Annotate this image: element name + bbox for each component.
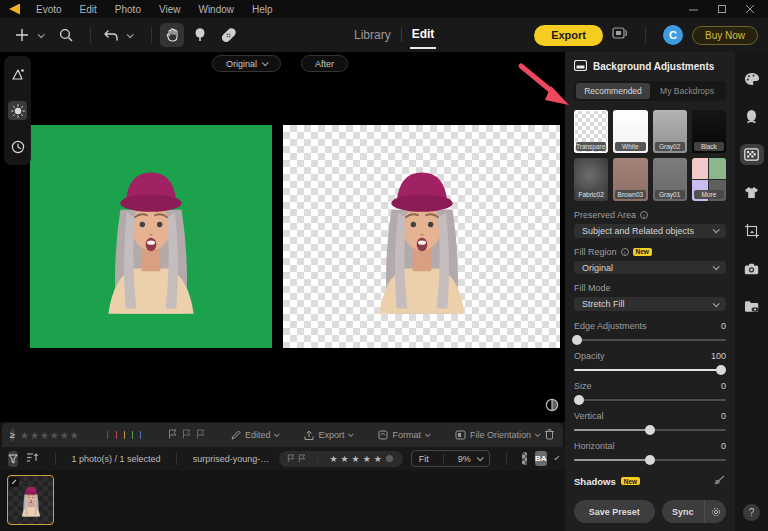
- format-filter-menu[interactable]: Format: [378, 430, 429, 440]
- menu-photo[interactable]: Photo: [106, 4, 150, 15]
- file-orientation-filter-menu[interactable]: File Orientation: [455, 430, 539, 440]
- after-image-transparent[interactable]: [283, 125, 560, 348]
- rating-filter-icon[interactable]: ≥: [10, 428, 15, 442]
- backdrop-grid: Transparent White Gray02 Black Fabric02 …: [574, 110, 726, 201]
- slider-handle[interactable]: [645, 425, 655, 435]
- export-queue-icon[interactable]: [612, 26, 628, 44]
- brightness-icon[interactable]: [8, 101, 27, 120]
- info-icon[interactable]: i: [621, 248, 629, 256]
- hand-tool-icon[interactable]: [160, 23, 184, 47]
- crop-transform-icon[interactable]: [740, 220, 764, 241]
- color-palette-icon[interactable]: [740, 68, 764, 89]
- maximize-icon[interactable]: [718, 5, 726, 13]
- edit-canvas: Original After: [0, 52, 565, 422]
- sync-settings-icon[interactable]: [704, 500, 726, 523]
- filter-funnel-icon[interactable]: [8, 451, 18, 467]
- export-filter-menu[interactable]: Export: [304, 430, 352, 441]
- backdrop-transparent[interactable]: Transparent: [574, 110, 608, 153]
- auto-adjust-icon[interactable]: [8, 65, 27, 84]
- filmstrip: [0, 470, 565, 531]
- split-view-icon[interactable]: [545, 398, 559, 416]
- fill-region-dropdown[interactable]: Original: [574, 261, 726, 275]
- sync-button[interactable]: Sync: [662, 500, 726, 523]
- edited-filter-menu[interactable]: Edited: [231, 430, 279, 440]
- canvas-tool-rail: [4, 56, 31, 165]
- backdrop-tabs: Recommended My Backdrops: [574, 81, 726, 101]
- clothing-icon[interactable]: [740, 182, 764, 203]
- view-mode-chevron-icon[interactable]: [554, 455, 559, 460]
- sort-icon[interactable]: [26, 452, 39, 465]
- slider-handle[interactable]: [716, 365, 726, 375]
- backdrop-black[interactable]: Black: [692, 110, 726, 153]
- camera-icon[interactable]: [740, 258, 764, 279]
- tab-edit[interactable]: Edit: [410, 21, 437, 49]
- original-image[interactable]: [30, 125, 272, 348]
- user-avatar[interactable]: C: [663, 25, 683, 45]
- history-icon[interactable]: [8, 137, 27, 156]
- tab-my-backdrops[interactable]: My Backdrops: [650, 83, 724, 99]
- flag-unflag-icon[interactable]: [182, 429, 191, 441]
- flag-pick-icon[interactable]: [168, 429, 177, 441]
- portrait-retouch-icon[interactable]: [740, 106, 764, 127]
- tab-library[interactable]: Library: [352, 22, 393, 48]
- new-badge: New: [621, 477, 640, 485]
- undo-icon[interactable]: [99, 23, 123, 47]
- fill-region-label: Fill Region: [574, 247, 617, 257]
- brush-tool-icon[interactable]: [188, 23, 212, 47]
- trash-icon[interactable]: [544, 428, 555, 442]
- close-icon[interactable]: [746, 5, 754, 13]
- search-icon[interactable]: [54, 23, 78, 47]
- help-icon[interactable]: ?: [743, 504, 760, 521]
- feature-rail: ?: [735, 52, 768, 531]
- slider-handle[interactable]: [645, 455, 655, 465]
- add-photos-icon[interactable]: [10, 23, 34, 47]
- preserved-area-dropdown[interactable]: Subject and Related objects: [574, 224, 726, 238]
- info-icon[interactable]: i: [640, 211, 648, 219]
- transparency-toggle-icon[interactable]: [522, 452, 527, 465]
- filter-bar: ≥ ★★★★★★ Edited: [2, 423, 563, 447]
- evoto-logo-icon: [9, 4, 20, 15]
- backdrop-more[interactable]: More: [692, 158, 726, 201]
- backdrop-gray02[interactable]: Gray02: [653, 110, 687, 153]
- tab-recommended[interactable]: Recommended: [576, 83, 650, 99]
- menu-view[interactable]: View: [150, 4, 190, 15]
- zoom-fit-control[interactable]: Fit 9%: [411, 450, 490, 467]
- backdrop-gray01[interactable]: Gray01: [653, 158, 687, 201]
- shadows-adjust-icon[interactable]: [713, 474, 726, 488]
- photo-count-text: 1 photo(s) / 1 selected: [71, 454, 160, 464]
- backdrop-white[interactable]: White: [613, 110, 647, 153]
- background-adjustments-panel: Background Adjustments Recommended My Ba…: [565, 52, 735, 531]
- minimize-icon[interactable]: [689, 5, 698, 14]
- flag-reject-icon[interactable]: [196, 429, 205, 441]
- after-view-button[interactable]: After: [301, 55, 348, 72]
- photo-thumbnail-selected[interactable]: [7, 475, 54, 525]
- shadows-label: Shadows: [574, 476, 616, 487]
- preset-folder-icon[interactable]: [740, 296, 764, 317]
- preserved-area-label: Preserved Area: [574, 210, 636, 220]
- add-photos-chevron-icon[interactable]: [38, 28, 48, 42]
- star-filter-icons[interactable]: ★★★★★★: [20, 430, 80, 441]
- rating-controls[interactable]: ★★★★★: [279, 451, 402, 467]
- undo-chevron-icon[interactable]: [127, 28, 137, 42]
- backdrop-brown03[interactable]: Brown03: [613, 158, 647, 201]
- fill-mode-label: Fill Mode: [574, 283, 611, 293]
- menu-edit[interactable]: Edit: [71, 4, 106, 15]
- status-bar: 1 photo(s) / 1 selected surprised-young-…: [0, 447, 565, 470]
- library-edit-tabs: Library Edit: [352, 21, 436, 49]
- background-icon[interactable]: [740, 144, 764, 165]
- menu-help[interactable]: Help: [243, 4, 282, 15]
- backdrop-fabric02[interactable]: Fabric02: [574, 158, 608, 201]
- panel-title: Background Adjustments: [593, 61, 714, 72]
- slider-handle[interactable]: [574, 395, 584, 405]
- menu-evoto[interactable]: Evoto: [27, 4, 71, 15]
- save-preset-button[interactable]: Save Preset: [574, 500, 655, 523]
- menu-window[interactable]: Window: [189, 4, 243, 15]
- top-toolbar: Library Edit Export C Buy Now: [0, 18, 768, 52]
- original-view-button[interactable]: Original: [212, 55, 281, 72]
- slider-handle[interactable]: [572, 335, 582, 345]
- buy-now-button[interactable]: Buy Now: [692, 26, 758, 45]
- export-button[interactable]: Export: [534, 25, 603, 46]
- fill-mode-dropdown[interactable]: Stretch Fill: [574, 297, 726, 311]
- heal-tool-icon[interactable]: [216, 23, 240, 47]
- before-after-toggle[interactable]: BA: [535, 451, 547, 466]
